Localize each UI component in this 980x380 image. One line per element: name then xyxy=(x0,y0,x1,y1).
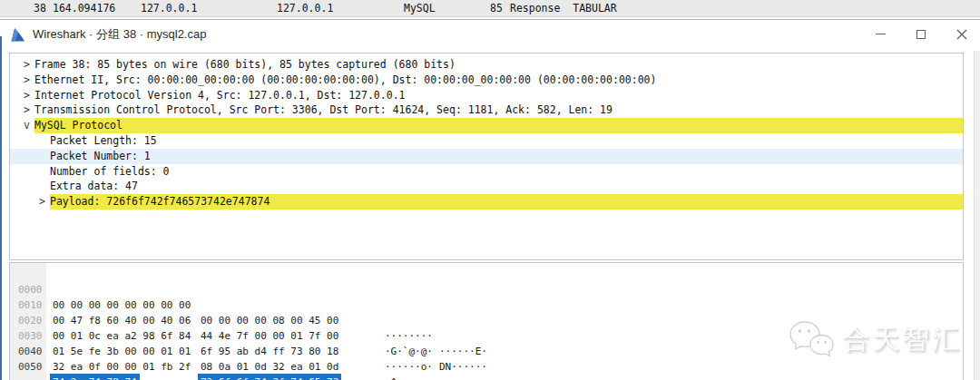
tree-row-label[interactable]: Number of fields: 0 xyxy=(50,164,963,180)
maximize-icon xyxy=(916,30,926,39)
hex-bytes-selected[interactable]: 74 2e 74 78 74 xyxy=(50,374,140,380)
tree-row-extra-data[interactable]: Extra data: 47 xyxy=(10,179,963,194)
minimize-button[interactable] xyxy=(862,20,898,48)
tree-row-tcp[interactable]: > Transmission Control Protocol, Src Por… xyxy=(10,102,963,118)
ascii-bytes[interactable]: ·^·;···· xyxy=(385,375,433,380)
packet-time[interactable]: 164.094176 xyxy=(53,0,115,16)
tree-row-packet-number[interactable]: Packet Number: 1 xyxy=(10,149,963,164)
expander-icon[interactable]: > xyxy=(34,194,50,209)
tree-row-mysql-protocol[interactable]: v MySQL Protocol xyxy=(10,118,963,133)
scrollbar-track[interactable] xyxy=(974,51,980,380)
expander-icon[interactable]: > xyxy=(19,102,34,118)
tree-row-label[interactable]: Packet Length: 15 xyxy=(50,133,963,149)
tree-row-frame[interactable]: > Frame 38: 85 bytes on wire (680 bits),… xyxy=(10,57,963,73)
tree-row-label[interactable]: Transmission Control Protocol, Src Port:… xyxy=(34,102,963,118)
maximize-button[interactable] xyxy=(903,20,939,48)
tree-row-number-of-fields[interactable]: Number of fields: 0 xyxy=(10,164,963,180)
close-icon xyxy=(956,29,967,40)
window-titlebar: Wireshark · 分组 38 · mysql2.cap xyxy=(0,19,980,48)
packet-source[interactable]: 127.0.0.1 xyxy=(141,0,197,16)
hex-offset: 0050 xyxy=(18,359,43,375)
expander-icon[interactable]: > xyxy=(19,57,34,73)
tree-row-label[interactable]: MySQL Protocol xyxy=(34,118,963,133)
tree-row-label[interactable]: Ethernet II, Src: 00:00:00_00:00:00 (00:… xyxy=(34,73,963,88)
tree-row-label[interactable]: Payload: 726f6f742f746573742e747874 xyxy=(50,194,963,209)
packet-protocol[interactable]: MySQL xyxy=(404,0,436,16)
window-title: Wireshark · 分组 38 · mysql2.cap xyxy=(33,20,206,48)
expander-icon[interactable]: > xyxy=(19,88,34,103)
tree-row-label[interactable]: Internet Protocol Version 4, Src: 127.0.… xyxy=(34,88,963,103)
hex-row[interactable]: 0000 00 00 00 00 00 00 00 00 00 00 00 00… xyxy=(10,267,963,282)
expander-icon[interactable]: > xyxy=(19,73,34,88)
packet-destination[interactable]: 127.0.0.1 xyxy=(277,0,333,16)
ascii-bytes[interactable]: ······o· xyxy=(385,359,433,375)
expander-icon[interactable]: v xyxy=(19,118,34,133)
minimize-icon xyxy=(876,34,886,34)
tree-row-label[interactable]: Frame 38: 85 bytes on wire (680 bits), 8… xyxy=(34,57,963,73)
tree-row-label[interactable]: Packet Number: 1 xyxy=(50,149,963,164)
ascii-bytes[interactable]: o····s·· xyxy=(439,375,487,380)
ascii-bytes[interactable]: DN······ xyxy=(439,359,487,375)
packet-detail-pane: > Frame 38: 85 bytes on wire (680 bits),… xyxy=(9,53,964,260)
hex-bytes[interactable]: 08 0a 01 0d 32 ea 01 0d xyxy=(201,359,338,375)
hex-row[interactable]: 0020 00 01 0c ea a2 98 6f 84 6f 95 ab d4… xyxy=(10,297,963,313)
close-button[interactable] xyxy=(944,20,980,48)
tree-row-ethernet[interactable]: > Ethernet II, Src: 00:00:00_00:00:00 (0… xyxy=(10,73,963,88)
packet-no[interactable]: 38 xyxy=(34,0,46,16)
packet-info[interactable]: Response TABULAR xyxy=(510,0,617,16)
hex-bytes-selected[interactable]: 72 6f 6f 74 2f 74 65 73 xyxy=(198,374,341,380)
hex-bytes[interactable]: 32 ea 0f 00 00 01 fb 2f xyxy=(53,359,191,375)
packet-list-row[interactable]: 38 164.094176 127.0.0.1 127.0.0.1 MySQL … xyxy=(0,0,980,17)
wireshark-packet-window: 38 164.094176 127.0.0.1 127.0.0.1 MySQL … xyxy=(0,0,980,380)
chat-bubbles-icon xyxy=(787,318,834,360)
window-left-edge xyxy=(0,36,2,380)
tree-row-label[interactable]: Extra data: 47 xyxy=(50,179,963,194)
watermark: 合天智汇 xyxy=(787,318,962,360)
wireshark-logo-icon xyxy=(10,27,25,46)
tree-row-payload[interactable]: > Payload: 726f6f742f746573742e747874 xyxy=(10,194,963,209)
watermark-text: 合天智汇 xyxy=(842,321,962,358)
tree-row-packet-length[interactable]: Packet Length: 15 xyxy=(10,133,963,149)
hex-row[interactable]: 0010 00 47 f8 60 40 00 40 06 44 4e 7f 00… xyxy=(10,282,963,297)
tree-row-ip[interactable]: > Internet Protocol Version 4, Src: 127.… xyxy=(10,88,963,103)
packet-length[interactable]: 85 xyxy=(490,0,503,16)
